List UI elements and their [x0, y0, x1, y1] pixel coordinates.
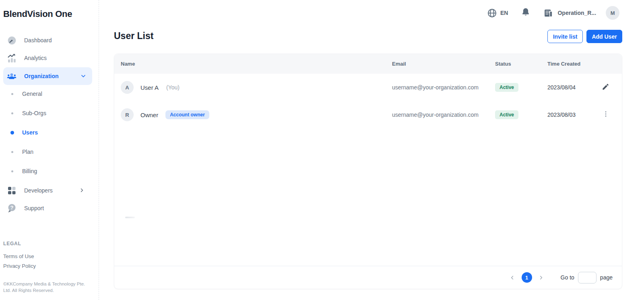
next-page-button[interactable]	[537, 273, 546, 282]
sidebar-item-plan[interactable]: Plan	[0, 143, 99, 161]
sidebar-label-sub-orgs: Sub-Orgs	[22, 110, 46, 116]
privacy-policy-link[interactable]: Privacy Policy	[3, 263, 36, 269]
row-actions-menu-button[interactable]	[589, 110, 622, 119]
bullet-icon	[11, 170, 13, 172]
page-title: User List	[114, 31, 153, 41]
organization-name: Operation_R...	[557, 10, 596, 16]
avatar: R	[121, 108, 134, 121]
sidebar-label-dashboard: Dashboard	[24, 37, 52, 43]
add-user-button[interactable]: Add User	[586, 30, 622, 43]
kebab-menu-icon	[602, 110, 609, 119]
user-email: username@your-organization.com	[392, 84, 495, 91]
terms-of-use-link[interactable]: Terms of Use	[3, 253, 34, 259]
copyright-text: ©KKCompany Media & Technology Pte. Ltd. …	[3, 281, 88, 294]
chevron-right-icon	[79, 187, 85, 195]
support-question-icon: ?	[6, 203, 17, 213]
sidebar-item-organization[interactable]: Organization	[3, 67, 92, 85]
status-badge: Active	[495, 83, 518, 92]
svg-text:?: ?	[10, 205, 14, 211]
time-created: 2023/08/04	[547, 84, 589, 91]
status-badge: Active	[495, 110, 518, 119]
goto-page-input[interactable]	[578, 272, 597, 283]
sidebar-label-billing: Billing	[22, 168, 37, 174]
dashboard-gauge-icon	[6, 35, 17, 46]
organization-switcher[interactable]: Operation_R...	[543, 8, 596, 18]
notifications-button[interactable]	[521, 7, 530, 19]
chevron-down-icon	[80, 73, 87, 81]
time-created: 2023/08/03	[547, 112, 589, 118]
sidebar-label-users: Users	[22, 129, 38, 136]
legal-heading: LEGAL	[3, 241, 21, 246]
bullet-icon	[10, 131, 14, 134]
page-number-button[interactable]: 1	[522, 272, 532, 283]
table-header-row: Name Email Status Time Created	[114, 54, 622, 74]
sidebar-item-general[interactable]: General	[0, 85, 99, 103]
you-indicator: (You)	[166, 84, 180, 91]
page-label: page	[600, 274, 613, 281]
loading-artifact	[125, 217, 135, 218]
sidebar: BlendVision One Dashboard Analytics Orga…	[0, 0, 99, 300]
avatar: A	[121, 81, 134, 94]
invite-list-button[interactable]: Invite list	[547, 30, 583, 43]
developers-grid-icon	[6, 185, 17, 196]
column-header-status: Status	[495, 61, 547, 67]
top-bar: EN Operation_R... M	[487, 6, 619, 20]
organization-people-icon	[6, 71, 17, 81]
sidebar-item-sub-orgs[interactable]: Sub-Orgs	[0, 104, 99, 122]
language-selector[interactable]: EN	[487, 8, 508, 18]
user-avatar[interactable]: M	[606, 6, 619, 20]
sidebar-label-analytics: Analytics	[24, 55, 47, 61]
sidebar-label-general: General	[22, 91, 42, 97]
bullet-icon	[11, 93, 13, 95]
account-owner-badge: Account owner	[165, 110, 209, 119]
company-building-icon	[543, 8, 553, 18]
column-header-email: Email	[392, 61, 495, 67]
sidebar-item-analytics[interactable]: Analytics	[0, 49, 99, 67]
user-name: Owner	[140, 112, 158, 118]
pencil-icon	[602, 83, 609, 92]
sidebar-label-organization: Organization	[24, 73, 59, 79]
edit-user-button[interactable]	[589, 83, 622, 92]
table-row: A User A (You) username@your-organizatio…	[114, 74, 622, 101]
bell-icon	[521, 7, 530, 19]
app-logo: BlendVision One	[3, 9, 72, 19]
language-label: EN	[500, 10, 508, 16]
sidebar-item-support[interactable]: ? Support	[0, 199, 99, 217]
bullet-icon	[11, 112, 13, 114]
globe-icon	[487, 8, 497, 18]
sidebar-label-developers: Developers	[24, 187, 53, 194]
user-table-card: Name Email Status Time Created A User A …	[114, 54, 622, 289]
user-email: username@your-organization.com	[392, 112, 495, 118]
table-row: R Owner Account owner username@your-orga…	[114, 101, 622, 128]
sidebar-label-support: Support	[24, 205, 44, 211]
sidebar-label-plan: Plan	[22, 149, 33, 155]
column-header-name: Name	[114, 61, 392, 67]
column-header-time-created: Time Created	[547, 61, 589, 67]
sidebar-item-billing[interactable]: Billing	[0, 162, 99, 180]
goto-label: Go to	[561, 274, 574, 281]
bullet-icon	[11, 151, 13, 153]
analytics-chart-icon	[6, 53, 17, 63]
sidebar-item-dashboard[interactable]: Dashboard	[0, 31, 99, 49]
sidebar-item-users[interactable]: Users	[0, 124, 99, 141]
user-name: User A	[140, 84, 159, 91]
sidebar-item-developers[interactable]: Developers	[0, 182, 99, 199]
pagination-bar: 1 Go to page	[114, 266, 622, 289]
previous-page-button[interactable]	[508, 273, 517, 282]
